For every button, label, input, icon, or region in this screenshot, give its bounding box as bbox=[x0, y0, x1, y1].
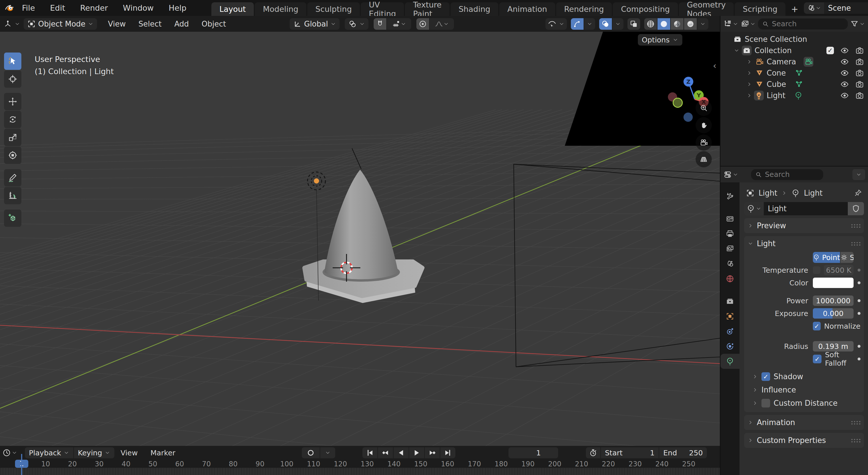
influence-subpanel[interactable]: Influence bbox=[748, 383, 861, 397]
tab-physics-properties[interactable] bbox=[720, 339, 740, 354]
camera-view-button[interactable] bbox=[695, 134, 712, 150]
perspective-ortho-button[interactable] bbox=[695, 151, 712, 167]
disclosure-expanded-icon[interactable] bbox=[734, 47, 740, 54]
menu-edit[interactable]: Edit bbox=[42, 0, 72, 16]
outliner-filter-button[interactable] bbox=[850, 20, 865, 28]
light-data-icon[interactable] bbox=[791, 189, 800, 197]
tab-uv-editing[interactable]: UV Editing bbox=[361, 2, 404, 16]
disable-render-camera-icon[interactable] bbox=[855, 58, 864, 66]
shading-material-button[interactable] bbox=[671, 18, 683, 30]
animation-panel[interactable]: Animation bbox=[744, 415, 864, 430]
tab-object-data-properties[interactable] bbox=[720, 354, 740, 369]
hide-eye-icon[interactable] bbox=[840, 91, 849, 100]
custom-properties-panel[interactable]: Custom Properties bbox=[744, 433, 864, 448]
breadcrumb-data[interactable]: Light bbox=[804, 189, 823, 197]
menu-file[interactable]: File bbox=[14, 0, 42, 16]
tool-scale[interactable] bbox=[4, 129, 21, 146]
use-preview-range-toggle[interactable] bbox=[586, 447, 600, 458]
soft-falloff-checkbox[interactable]: ✓ bbox=[813, 355, 822, 363]
tool-measure[interactable] bbox=[4, 187, 21, 204]
animate-dot[interactable] bbox=[858, 281, 861, 284]
outliner-row-collection[interactable]: Collection ✓ bbox=[720, 45, 868, 56]
tab-constraint-properties[interactable] bbox=[720, 324, 740, 339]
jump-to-end-button[interactable] bbox=[440, 447, 455, 458]
prev-keyframe-button[interactable] bbox=[378, 447, 393, 458]
tool-add-cube[interactable] bbox=[4, 209, 21, 227]
disclosure-collapsed-icon[interactable] bbox=[746, 81, 752, 87]
mesh-data-icon[interactable] bbox=[795, 69, 803, 77]
outliner-row-light[interactable]: Light bbox=[720, 90, 868, 101]
menu-view[interactable]: View bbox=[102, 20, 132, 28]
tab-viewlayer-properties[interactable] bbox=[720, 241, 740, 256]
overlays-dropdown[interactable] bbox=[613, 18, 623, 30]
snap-toggle[interactable] bbox=[374, 18, 386, 30]
auto-keying-toggle[interactable] bbox=[302, 447, 320, 458]
tab-object-properties[interactable] bbox=[720, 309, 740, 324]
tab-shading[interactable]: Shading bbox=[451, 2, 498, 16]
mode-dropdown[interactable]: Object Mode bbox=[24, 18, 97, 30]
play-reverse-button[interactable] bbox=[394, 447, 409, 458]
outliner-display-mode-button[interactable] bbox=[741, 20, 756, 28]
tab-compositing[interactable]: Compositing bbox=[613, 2, 678, 16]
object-icon[interactable] bbox=[746, 189, 754, 197]
pan-view-button[interactable] bbox=[695, 117, 712, 133]
zoom-view-button[interactable] bbox=[695, 100, 712, 116]
temperature-checkbox[interactable] bbox=[813, 266, 820, 274]
light-browse-button[interactable] bbox=[744, 202, 764, 215]
shading-dropdown[interactable] bbox=[698, 18, 708, 30]
menu-render[interactable]: Render bbox=[72, 0, 115, 16]
animate-dot[interactable] bbox=[858, 312, 861, 315]
properties-search[interactable] bbox=[751, 169, 823, 180]
custom-distance-checkbox[interactable] bbox=[762, 399, 770, 407]
light-name-input[interactable]: Light bbox=[764, 202, 848, 215]
animate-dot[interactable] bbox=[858, 299, 861, 302]
exposure-slider[interactable]: 0.000 bbox=[813, 308, 854, 318]
timeline-menu-marker[interactable]: Marker bbox=[144, 449, 182, 457]
gizmo-neg-z-axis[interactable] bbox=[683, 112, 693, 122]
menu-add[interactable]: Add bbox=[168, 20, 195, 28]
snap-settings-dropdown[interactable] bbox=[387, 18, 411, 30]
properties-options-dropdown[interactable] bbox=[852, 169, 865, 180]
show-overlays-toggle[interactable] bbox=[599, 18, 612, 30]
hide-eye-icon[interactable] bbox=[840, 69, 849, 77]
tab-rendering[interactable]: Rendering bbox=[556, 2, 612, 16]
frame-end-field[interactable]: End250 bbox=[659, 447, 707, 458]
playhead-line[interactable] bbox=[21, 454, 22, 475]
gizmo-dropdown[interactable] bbox=[584, 18, 595, 30]
proportional-editing-toggle[interactable] bbox=[416, 18, 429, 30]
tool-transform[interactable] bbox=[4, 146, 21, 164]
disclosure-collapsed-icon[interactable] bbox=[746, 93, 752, 98]
animate-dot[interactable] bbox=[858, 345, 861, 348]
preview-panel[interactable]: Preview bbox=[744, 218, 864, 233]
show-gizmo-toggle[interactable] bbox=[571, 18, 584, 30]
disable-render-camera-icon[interactable] bbox=[855, 91, 864, 100]
scene-browse-button[interactable] bbox=[804, 2, 824, 14]
cone-object[interactable] bbox=[304, 170, 423, 303]
tab-collection-properties[interactable] bbox=[720, 294, 740, 309]
playback-dropdown[interactable]: Playback bbox=[25, 447, 73, 458]
tab-scripting[interactable]: Scripting bbox=[735, 2, 785, 16]
tab-render-properties[interactable] bbox=[720, 211, 740, 226]
options-dropdown[interactable]: Options bbox=[638, 34, 682, 45]
animate-dot[interactable] bbox=[858, 358, 861, 361]
add-workspace-button[interactable]: + bbox=[786, 2, 803, 16]
properties-editor-type-button[interactable] bbox=[723, 170, 738, 179]
temperature-field[interactable]: 6500 K bbox=[824, 265, 854, 275]
jump-to-start-button[interactable] bbox=[362, 447, 377, 458]
object-visibility-dropdown[interactable] bbox=[546, 18, 567, 30]
power-field[interactable]: 1000.000 bbox=[813, 296, 854, 306]
tab-modeling[interactable]: Modeling bbox=[255, 2, 306, 16]
hide-eye-icon[interactable] bbox=[840, 80, 849, 89]
timeline-editor-type-button[interactable] bbox=[2, 448, 17, 457]
timeline-ruler[interactable]: 1020304050607080901001101201301401501601… bbox=[0, 460, 720, 468]
tool-cursor[interactable] bbox=[4, 70, 21, 88]
properties-search-input[interactable] bbox=[765, 170, 819, 179]
outliner-row-cube[interactable]: Cube bbox=[720, 78, 868, 90]
menu-select[interactable]: Select bbox=[132, 20, 168, 28]
mesh-data-icon[interactable] bbox=[795, 80, 803, 89]
menu-help[interactable]: Help bbox=[161, 0, 194, 16]
pivot-point-dropdown[interactable] bbox=[345, 18, 368, 30]
tab-world-properties[interactable] bbox=[720, 271, 740, 286]
tab-geometry-nodes[interactable]: Geometry Nodes bbox=[679, 2, 734, 16]
collection-exclude-checkbox[interactable]: ✓ bbox=[827, 47, 834, 54]
